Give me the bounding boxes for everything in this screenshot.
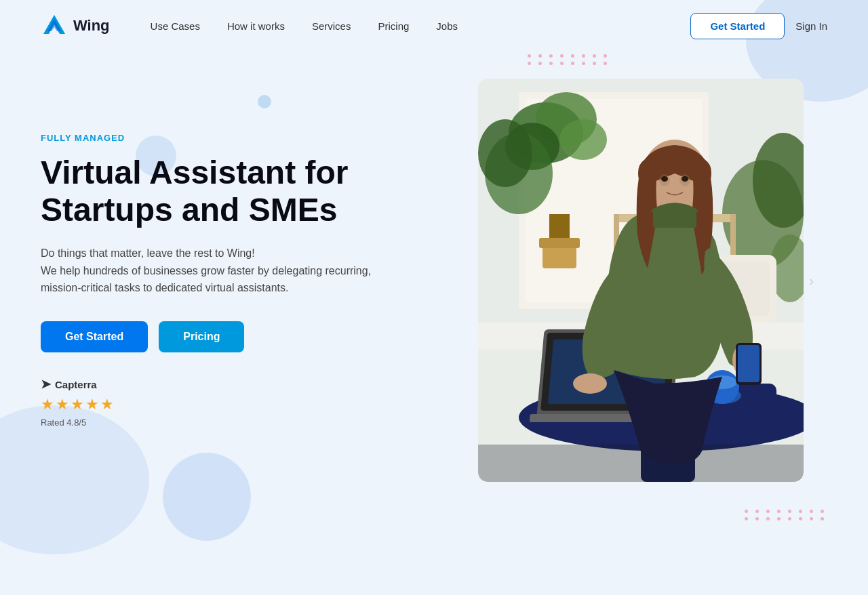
nav-link-services[interactable]: Services	[312, 20, 351, 32]
hero-tag: FULLY MANAGED	[41, 133, 414, 143]
nav-link-use-cases[interactable]: Use Cases	[151, 20, 200, 32]
hero-get-started-button[interactable]: Get Started	[41, 321, 148, 352]
svg-point-14	[478, 119, 532, 187]
hero-section: FULLY MANAGED Virtual Assistant for Star…	[0, 52, 868, 522]
hero-content: FULLY MANAGED Virtual Assistant for Star…	[41, 133, 414, 428]
nav-links: Use Cases How it works Services Pricing …	[151, 20, 691, 32]
hero-title-line2: Startups and SMEs	[41, 192, 337, 228]
svg-point-46	[573, 373, 607, 394]
star-4: ★	[85, 396, 99, 413]
nav-link-pricing[interactable]: Pricing	[378, 20, 409, 32]
hero-desc-line2: We help hundreds of businesses grow fast…	[41, 265, 371, 276]
star-rating: ★ ★ ★ ★ ★	[41, 396, 414, 413]
star-1: ★	[41, 396, 54, 413]
nav-get-started-button[interactable]: Get Started	[690, 13, 785, 39]
svg-rect-47	[653, 211, 696, 228]
svg-point-41	[661, 176, 668, 182]
logo-icon	[41, 12, 68, 39]
navbar: Wing Use Cases How it works Services Pri…	[0, 0, 868, 52]
svg-rect-16	[539, 238, 580, 248]
hero-image-arrow: ›	[809, 272, 814, 288]
nav-link-how-it-works[interactable]: How it works	[227, 20, 285, 32]
hero-pricing-button[interactable]: Pricing	[159, 321, 244, 352]
star-3: ★	[71, 396, 84, 413]
hero-title-line1: Virtual Assistant for	[41, 155, 348, 190]
capterra-rating: ➤ Capterra ★ ★ ★ ★ ★ Rated 4.8/5	[41, 377, 414, 428]
logo[interactable]: Wing	[41, 12, 110, 39]
hero-desc-line1: Do things that matter, leave the rest to…	[41, 247, 255, 259]
capterra-arrow-icon: ➤	[41, 377, 51, 392]
hero-desc-line3: mission-critical tasks to dedicated virt…	[41, 282, 288, 293]
hero-description: Do things that matter, leave the rest to…	[41, 245, 414, 297]
svg-point-42	[682, 176, 688, 182]
svg-point-11	[559, 119, 607, 160]
hero-title: Virtual Assistant for Startups and SMEs	[41, 154, 414, 228]
hero-image	[478, 79, 804, 482]
hero-image-area: ›	[454, 79, 827, 482]
nav-actions: Get Started Sign In	[690, 13, 827, 39]
nav-sign-in-button[interactable]: Sign In	[795, 20, 827, 32]
capterra-label: Capterra	[55, 379, 97, 390]
svg-rect-45	[738, 345, 760, 382]
capterra-logo: ➤ Capterra	[41, 377, 414, 392]
star-2: ★	[56, 396, 69, 413]
star-5: ★	[100, 396, 114, 413]
logo-text: Wing	[73, 17, 110, 35]
hero-buttons: Get Started Pricing	[41, 321, 414, 352]
nav-link-jobs[interactable]: Jobs	[436, 20, 458, 32]
rating-text: Rated 4.8/5	[41, 417, 414, 428]
